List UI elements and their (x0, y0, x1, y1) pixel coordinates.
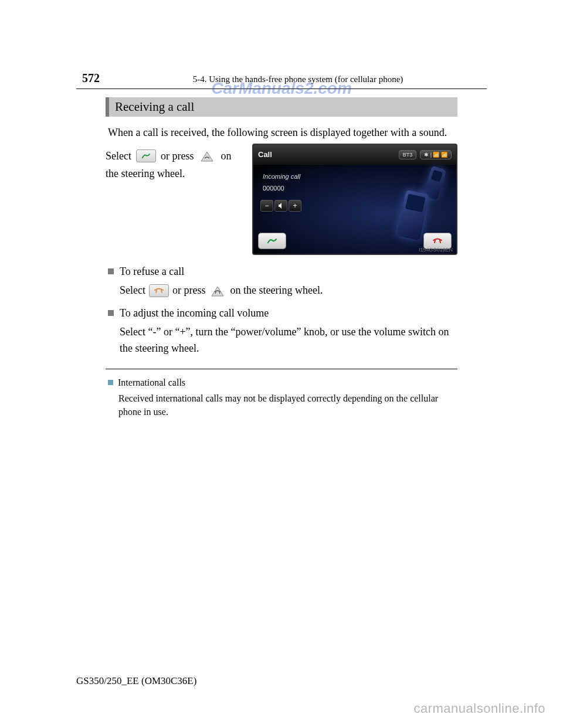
page-content: 572 5-4. Using the hands-free phone syst… (76, 72, 487, 693)
note-body: Received international calls may not be … (118, 392, 455, 419)
sub-item-refuse: To refuse a call Select or press on the … (108, 266, 455, 299)
section-heading: Receiving a call (106, 97, 457, 117)
intro-text: When a call is received, the following s… (108, 125, 455, 141)
sub-body-volume: Select “-” or “+”, turn the “power/volum… (120, 324, 455, 357)
refuse-text-end: on the steering wheel. (230, 283, 323, 299)
ss-vol-up-icon: + (289, 200, 301, 212)
sub-item-volume: To adjust the incoming call volume Selec… (108, 307, 455, 357)
ss-chip-bt: BT3 (399, 150, 417, 159)
incoming-call-screenshot: Call BT3 ✱ | 📶 📶 Incoming call 000000 − … (252, 144, 457, 255)
select-instruction: Select or press on the steering wheel. (106, 147, 240, 255)
watermark-bottom: carmanualsonline.info (413, 701, 545, 716)
watermark-top: CarManuals2.com (211, 79, 352, 98)
text-or-press: or press (161, 147, 194, 165)
text-steering-wheel: the steering wheel. (106, 165, 240, 183)
bullet-icon (108, 268, 114, 274)
ss-chip-signal: ✱ | 📶 📶 (420, 150, 452, 159)
ss-volume-group: − + (260, 200, 301, 212)
ss-image-code: I154GS019EN (419, 247, 453, 253)
ss-number: 000000 (263, 185, 284, 192)
note-title: International calls (118, 377, 185, 388)
accept-call-steering-icon (198, 149, 216, 163)
sub-title-refuse: To refuse a call (120, 266, 184, 278)
note-block: International calls Received internation… (106, 377, 457, 419)
ss-vol-down-icon: − (260, 200, 273, 212)
reject-call-screen-icon (149, 284, 169, 297)
text-on: on (221, 147, 231, 165)
refuse-text-or-press: or press (172, 283, 206, 299)
sub-title-volume: To adjust the incoming call volume (120, 307, 269, 319)
ss-vol-speaker-icon (274, 200, 287, 212)
reject-call-steering-icon (209, 284, 226, 298)
ss-incoming-label: Incoming call (263, 173, 300, 180)
page-number: 572 (82, 72, 115, 85)
bullet-icon (108, 310, 114, 316)
refuse-text-select: Select (120, 283, 145, 299)
ss-title: Call (258, 150, 395, 159)
ss-accept-icon (258, 233, 286, 249)
footer-text: GS350/250_EE (OM30C36E) (76, 675, 196, 687)
note-bullet-icon (108, 380, 113, 385)
accept-call-screen-icon (136, 149, 156, 162)
text-select: Select (106, 147, 131, 165)
divider (106, 369, 457, 369)
